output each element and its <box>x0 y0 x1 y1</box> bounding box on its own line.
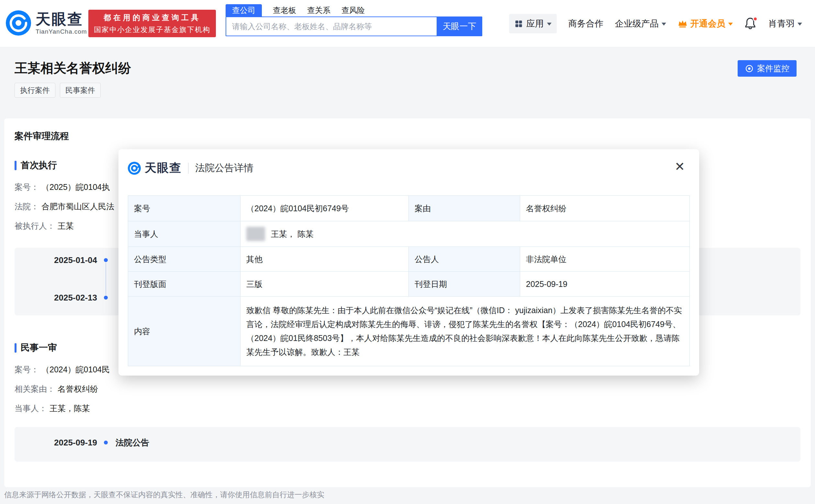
site-logo[interactable]: 天眼查 TianYanCha.com <box>6 10 87 36</box>
case-tags: 执行案件 民事案件 <box>15 83 101 98</box>
blue-bar <box>15 161 17 170</box>
publish-page-label: 刊登版面 <box>128 272 240 297</box>
announcement-type-label: 公告类型 <box>128 247 240 272</box>
party-label: 当事人 <box>128 221 240 247</box>
header-nav: 应用 商务合作 企业级产品 开通会员 <box>509 0 802 47</box>
search-button[interactable]: 天眼一下 <box>437 16 482 36</box>
tab-risk[interactable]: 查风险 <box>341 4 365 16</box>
field-value: 王某 <box>58 221 74 230</box>
blurred-avatar <box>246 227 265 241</box>
table-row: 案号 （2024）皖0104民初6749号 案由 名誉权纠纷 <box>128 196 690 221</box>
case-no-label: 案号 <box>128 196 240 221</box>
case-name: 首次执行 <box>21 159 57 171</box>
case-monitor-label: 案件监控 <box>757 63 789 74</box>
case-field: 案号：（2025）皖0104执 <box>15 182 110 192</box>
apps-menu[interactable]: 应用 <box>509 14 557 33</box>
nav-cooperation[interactable]: 商务合作 <box>568 18 603 29</box>
promo-line1: 都在用的商业查询工具 <box>104 13 201 23</box>
timeline-event-court-announcement[interactable]: 法院公告 <box>116 438 149 447</box>
field-value: （2024）皖0104民 <box>41 365 110 374</box>
field-label: 当事人： <box>15 404 47 413</box>
username: 肖青羽 <box>768 18 795 29</box>
party-value: 王某， 陈某 <box>271 229 314 239</box>
promo-line2: 国家中小企业发展子基金旗下机构 <box>94 25 210 35</box>
search-area: 查公司 查老板 查关系 查风险 天眼一下 <box>226 4 482 36</box>
tab-boss[interactable]: 查老板 <box>273 4 296 16</box>
timeline-dot <box>104 441 108 444</box>
case-field: 当事人：王某，陈某 <box>15 403 90 413</box>
chevron-down-icon <box>662 23 666 26</box>
timeline-connector <box>105 263 106 295</box>
case-name: 民事一审 <box>21 342 57 354</box>
publish-date-label: 刊登日期 <box>409 272 520 297</box>
content-value: 致歉信 尊敬的陈某先生：由于本人此前在微信公众号“娱记在线”（微信ID： yuj… <box>240 297 690 366</box>
monitor-eye-icon <box>745 64 754 73</box>
cause-value: 名誉权纠纷 <box>520 196 690 221</box>
party-cell: 王某， 陈某 <box>240 221 690 247</box>
header: 天眼查 TianYanCha.com 都在用的商业查询工具 国家中小企业发展子基… <box>0 0 815 47</box>
chevron-down-icon <box>547 23 552 26</box>
notification-dot <box>753 16 758 21</box>
field-label: 案号： <box>15 182 39 192</box>
apps-grid-icon <box>514 19 523 28</box>
table-row: 内容 致歉信 尊敬的陈某先生：由于本人此前在微信公众号“娱记在线”（微信ID： … <box>128 297 690 366</box>
case-header-first-execution: 首次执行 <box>15 159 57 171</box>
field-value: 王某，陈某 <box>50 404 90 413</box>
nav-enterprise-label: 企业级产品 <box>615 18 659 29</box>
modal-brand: 天眼查 <box>145 160 182 176</box>
cause-label: 案由 <box>409 196 520 221</box>
tag-execution-case: 执行案件 <box>15 83 55 98</box>
timeline-civil-first-instance: 2025-09-19 法院公告 <box>15 427 800 462</box>
logo-text: 天眼查 TianYanCha.com <box>36 11 87 35</box>
close-icon[interactable]: ✕ <box>675 160 685 173</box>
tianyancha-app: 天眼查 TianYanCha.com 都在用的商业查询工具 国家中小企业发展子基… <box>0 0 815 504</box>
table-row: 当事人 王某， 陈某 <box>128 221 690 247</box>
case-no-value: （2024）皖0104民初6749号 <box>240 196 409 221</box>
announcement-type-value: 其他 <box>240 247 409 272</box>
field-label: 被执行人： <box>15 221 55 230</box>
content-label: 内容 <box>128 297 240 366</box>
blue-bar <box>15 343 17 353</box>
logo-domain: TianYanCha.com <box>36 28 87 35</box>
chevron-down-icon <box>798 23 802 26</box>
chevron-down-icon <box>728 23 733 26</box>
field-value: 合肥市蜀山区人民法 <box>41 202 114 211</box>
nav-vip[interactable]: 开通会员 <box>678 18 733 29</box>
footer-disclaimer: 信息来源于网络公开数据，天眼查不保证内容的真实性、准确性，请你使用信息前自行进一… <box>4 490 324 500</box>
apps-label: 应用 <box>526 18 544 29</box>
case-field: 案号：（2024）皖0104民 <box>15 364 110 375</box>
crown-icon <box>678 19 688 28</box>
logo-brand: 天眼查 <box>36 11 87 27</box>
nav-vip-label: 开通会员 <box>690 18 725 29</box>
divider <box>188 163 189 174</box>
timeline-date: 2025-02-13 <box>15 293 97 302</box>
timeline-date: 2025-01-04 <box>15 255 97 265</box>
field-label: 法院： <box>15 202 39 211</box>
tab-relationship[interactable]: 查关系 <box>307 4 330 16</box>
search-input[interactable] <box>226 16 437 36</box>
modal-header: 天眼查 法院公告详情 <box>128 160 253 176</box>
table-row: 刊登版面 三版 刊登日期 2025-09-19 <box>128 272 690 297</box>
case-monitor-button[interactable]: 案件监控 <box>738 60 797 77</box>
court-announcement-modal: 天眼查 法院公告详情 ✕ 案号 （2024）皖0104民初6749号 案由 名誉… <box>118 149 699 376</box>
notification-bell[interactable] <box>744 17 757 30</box>
publish-page-value: 三版 <box>240 272 409 297</box>
modal-title: 法院公告详情 <box>195 161 253 175</box>
page-title: 王某相关名誉权纠纷 <box>15 59 131 77</box>
field-label: 相关案由： <box>15 384 55 393</box>
announcer-value: 非法院单位 <box>520 247 690 272</box>
case-field: 相关案由：名誉权纠纷 <box>15 384 98 394</box>
announcer-label: 公告人 <box>409 247 520 272</box>
announcement-table: 案号 （2024）皖0104民初6749号 案由 名誉权纠纷 当事人 王某， 陈… <box>128 195 690 366</box>
user-menu[interactable]: 肖青羽 <box>768 18 802 29</box>
search-row: 天眼一下 <box>226 16 482 36</box>
case-header-civil-first-instance: 民事一审 <box>15 342 57 354</box>
timeline-date: 2025-09-19 <box>15 438 97 447</box>
field-value: （2025）皖0104执 <box>41 182 110 192</box>
tab-company[interactable]: 查公司 <box>226 4 262 16</box>
section-title: 案件审理流程 <box>15 130 69 142</box>
promo-banner: 都在用的商业查询工具 国家中小企业发展子基金旗下机构 <box>88 10 216 37</box>
nav-enterprise[interactable]: 企业级产品 <box>615 18 666 29</box>
case-field: 法院：合肥市蜀山区人民法 <box>15 201 114 212</box>
tianyancha-logo-icon <box>6 10 31 36</box>
